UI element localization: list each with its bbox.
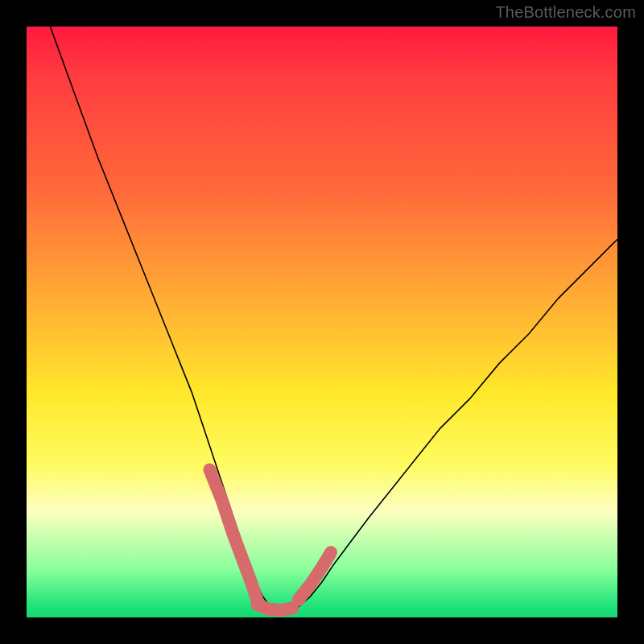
bumps-left bbox=[210, 470, 258, 601]
attribution-watermark: TheBottleneck.com bbox=[495, 3, 636, 22]
main-curve bbox=[50, 27, 617, 612]
bumps-floor bbox=[257, 605, 292, 610]
curve-svg bbox=[27, 27, 617, 617]
plot-area bbox=[27, 27, 617, 617]
stage: TheBottleneck.com bbox=[0, 0, 644, 644]
